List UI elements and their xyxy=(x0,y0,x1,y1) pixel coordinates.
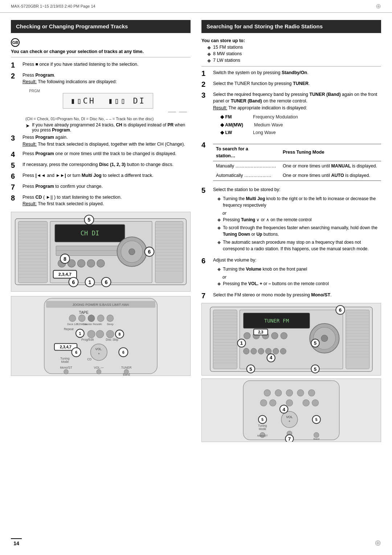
step-3-content: Press Program again. Result: The first t… xyxy=(23,134,191,148)
right-step-1-content: Switch the system on by pressing Standby… xyxy=(213,69,381,76)
step-1-content: Press ■ once if you have started listeni… xyxy=(23,61,191,68)
tuning-col1-header: To search for astation… xyxy=(213,144,280,161)
step-3-num: 3 xyxy=(11,134,20,142)
svg-text:Prog/Edit: Prog/Edit xyxy=(81,338,94,341)
svg-point-154 xyxy=(321,335,328,341)
right-step-6: 6 Adjust the volume by: ◆ Turning the Vo… xyxy=(201,257,381,289)
right-step-7-num: 7 xyxy=(201,292,210,300)
crosshair-icon: ⊕ xyxy=(376,2,381,10)
header-bar: MAX-S720GBR 1~15 2/19/03 2:40 PM Page 14… xyxy=(0,0,392,13)
right-step-4: 4 To search for astation… Press Tuning M… xyxy=(201,141,381,184)
tuning-row-manual: Manually ……………………… One or more times unt… xyxy=(213,161,381,171)
svg-point-182 xyxy=(269,399,276,406)
svg-text:6: 6 xyxy=(339,307,342,313)
svg-text:Deck 1/2: Deck 1/2 xyxy=(67,323,78,326)
svg-point-160 xyxy=(280,348,286,354)
svg-point-81 xyxy=(87,330,95,338)
svg-text:CD: CD xyxy=(87,357,91,361)
right-step-2-content: Select the TUNER function by pressing TU… xyxy=(213,80,381,87)
tuning-manual-desc: One or more times until MANUAL is displa… xyxy=(280,161,381,171)
remote-svg: JOONG POWER S.BASS LIMIT AWA TAPE Deck 1… xyxy=(11,296,190,376)
svg-point-68 xyxy=(69,315,76,322)
right-step-5: 5 Select the station to be stored by: ◆ … xyxy=(201,186,381,254)
step5-notes: ◆ Turning the Multi Jog knob to the righ… xyxy=(213,195,381,252)
right-step-3-content: Select the required frequency band by pr… xyxy=(213,91,381,139)
svg-text:6: 6 xyxy=(72,279,75,285)
step-2: 2 Press Program. Result: The following i… xyxy=(11,72,191,86)
step-1: 1 Press ■ once if you have started liste… xyxy=(11,61,191,69)
separator xyxy=(201,66,381,66)
svg-text:AI: AI xyxy=(99,323,102,326)
page-container: MAX-S720GBR 1~15 2/19/03 2:40 PM Page 14… xyxy=(0,0,392,555)
right-step-5-content: Select the station to be stored by: ◆ Tu… xyxy=(213,186,381,254)
arrow-note: ➤ If you have already programmed 24 trac… xyxy=(25,122,191,133)
display-box: ▮▯CH ▮▯▯ DI xyxy=(63,93,153,109)
svg-point-49 xyxy=(129,248,135,255)
store-item-3: ◆ 7 LW stations xyxy=(207,58,381,63)
tuning-table: To search for astation… Press Tuning Mod… xyxy=(213,144,381,181)
svg-text:1: 1 xyxy=(240,340,243,345)
svg-text:Mode: Mode xyxy=(259,428,266,431)
store-item-1: ◆ 15 FM stations xyxy=(207,45,381,50)
svg-point-70 xyxy=(88,315,95,322)
svg-point-181 xyxy=(260,399,267,406)
svg-text:Mono/ST: Mono/ST xyxy=(257,434,268,437)
svg-text:6: 6 xyxy=(75,351,77,355)
step-6: 6 Press |◄◄ and ►►| or turn Multi Jog to… xyxy=(11,172,191,181)
svg-point-159 xyxy=(273,348,279,354)
right-step-1-num: 1 xyxy=(201,69,210,78)
svg-text:5: 5 xyxy=(261,418,264,422)
svg-text:CH  DI: CH DI xyxy=(81,230,99,237)
svg-text:5: 5 xyxy=(87,217,90,223)
svg-point-180 xyxy=(308,389,315,396)
svg-text:5: 5 xyxy=(314,340,317,345)
svg-text:TAPE: TAPE xyxy=(79,311,89,315)
step-4-content: Press Program one or more times until th… xyxy=(23,150,191,157)
svg-text:Tuning: Tuning xyxy=(258,424,267,428)
bottom-crosshair: ⊕ xyxy=(375,538,381,548)
left-intro: You can check or change your selection o… xyxy=(11,49,191,57)
page-number: 14 xyxy=(11,538,22,546)
svg-text:Mono/ST: Mono/ST xyxy=(60,366,72,369)
right-step-4-num: 4 xyxy=(201,141,210,149)
main-columns: Checking or Changing Programmed Tracks G… xyxy=(0,13,392,451)
svg-point-176 xyxy=(264,389,270,396)
svg-text:+: + xyxy=(289,420,290,423)
right-remote-svg: VOL + 5 5 Tuning Mode Mono/ST V xyxy=(202,379,381,442)
right-step-2: 2 Select the TUNER function by pressing … xyxy=(201,80,381,89)
svg-point-150 xyxy=(271,332,278,339)
svg-text:5: 5 xyxy=(249,366,252,372)
gb-badge: GB xyxy=(11,38,20,47)
svg-text:4: 4 xyxy=(282,406,285,412)
left-title: Checking or Changing Programmed Tracks xyxy=(16,23,128,29)
svg-text:7: 7 xyxy=(288,436,291,441)
svg-rect-20 xyxy=(155,221,183,283)
svg-text:TUNER FM: TUNER FM xyxy=(264,317,289,323)
svg-text:Disc Skip: Disc Skip xyxy=(106,338,118,341)
svg-text:1: 1 xyxy=(89,279,91,285)
step-5-content: If necessary, press the corresponding Di… xyxy=(23,161,191,168)
svg-text:5: 5 xyxy=(314,366,317,372)
svg-point-82 xyxy=(96,330,104,338)
right-step-7: 7 Select the FM stereo or mono mode by p… xyxy=(201,292,381,300)
right-step-7-content: Select the FM stereo or mono mode by pre… xyxy=(213,292,381,299)
svg-text:2,3: 2,3 xyxy=(258,330,263,334)
svg-text:Sleep: Sleep xyxy=(107,323,114,326)
step-7-content: Press Program to confirm your change. xyxy=(23,183,191,190)
svg-text:6: 6 xyxy=(122,351,124,355)
svg-text:VOL.: VOL. xyxy=(95,347,102,351)
step-8-content: Press CD ( ►|| ) to start listening to t… xyxy=(23,194,191,208)
right-column: Searching for and Storing the Radio Stat… xyxy=(201,20,381,443)
band-table: ◆ FM Frequency Modulation ◆ AM(MW) Mediu… xyxy=(220,114,381,136)
right-step-4-content: To search for astation… Press Tuning Mod… xyxy=(213,141,381,184)
svg-text:TUNER: TUNER xyxy=(121,366,132,369)
svg-point-155 xyxy=(244,348,249,354)
svg-point-158 xyxy=(265,348,271,354)
svg-point-45 xyxy=(87,259,95,267)
right-step-3-num: 3 xyxy=(201,91,210,100)
svg-text:VOL: VOL xyxy=(286,415,293,418)
right-step-5-num: 5 xyxy=(201,186,210,195)
step-5: 5 If necessary, press the corresponding … xyxy=(11,161,191,170)
right-step-3: 3 Select the required frequency band by … xyxy=(201,91,381,139)
svg-rect-175 xyxy=(243,381,339,440)
